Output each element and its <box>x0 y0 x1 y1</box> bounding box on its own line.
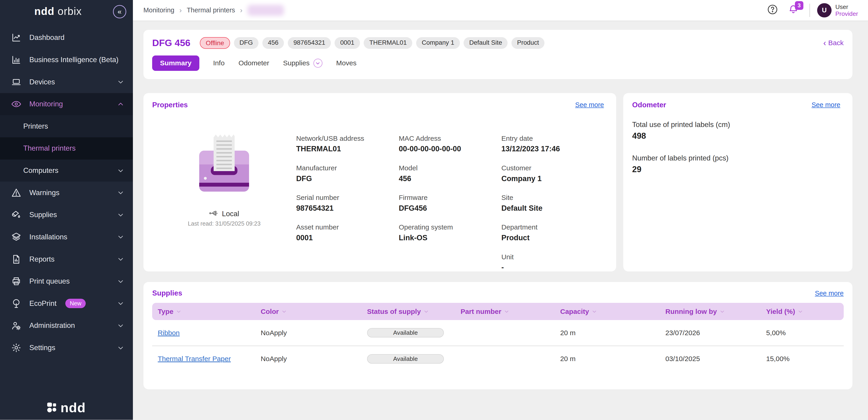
eye-icon <box>11 99 22 109</box>
breadcrumb-monitoring[interactable]: Monitoring <box>144 6 175 14</box>
sidebar-item-administration[interactable]: Administration <box>0 314 133 337</box>
layers-icon <box>11 232 22 242</box>
page-title: DFG 456 <box>152 38 190 49</box>
chevron-down-icon <box>117 256 124 263</box>
status-badge-offline: Offline <box>200 37 230 49</box>
chip-address: THERMAL01 <box>364 37 412 49</box>
cell-capacity: 20 m <box>560 329 665 337</box>
field-model: Model456 <box>399 164 501 186</box>
sort-chevron-icon <box>176 309 181 314</box>
column-header-color[interactable]: Color <box>261 308 367 316</box>
cell-running-low-by: 23/07/2026 <box>665 329 766 337</box>
supplies-table-header: Type Color Status of supply Part number … <box>152 303 843 320</box>
sort-chevron-icon <box>592 309 597 314</box>
sidebar-item-business-intelligence[interactable]: Business Intelligence (Beta) <box>0 49 133 71</box>
sidebar-item-dashboard[interactable]: Dashboard <box>0 27 133 49</box>
sidebar-item-settings[interactable]: Settings <box>0 337 133 359</box>
cell-color: NoApply <box>261 329 367 337</box>
sidebar-item-thermal-printers[interactable]: Thermal printers <box>0 137 133 159</box>
gear-icon <box>11 342 22 353</box>
chevron-down-icon <box>117 234 124 240</box>
sidebar-header: ndd orbix « <box>0 0 133 23</box>
tree-icon <box>11 298 22 309</box>
topbar: Monitoring › Thermal printers › 3 U User <box>133 0 868 21</box>
sidebar-item-reports[interactable]: Reports <box>0 248 133 270</box>
sidebar-item-monitoring[interactable]: Monitoring <box>0 93 133 115</box>
last-read-timestamp: Last read: 31/05/2025 09:23 <box>188 220 260 227</box>
user-avatar[interactable]: U <box>817 3 832 18</box>
sidebar-footer-logo: ndd <box>0 402 133 413</box>
sidebar-item-devices[interactable]: Devices <box>0 71 133 93</box>
field-customer: CustomerCompany 1 <box>501 164 604 186</box>
sidebar-item-installations[interactable]: Installations <box>0 226 133 248</box>
tab-supplies[interactable]: Supplies <box>283 56 310 71</box>
help-icon <box>767 4 778 17</box>
sidebar-item-warnings[interactable]: Warnings <box>0 182 133 204</box>
breadcrumb-thermal-printers[interactable]: Thermal printers <box>187 6 235 14</box>
column-header-status[interactable]: Status of supply <box>367 308 461 316</box>
breadcrumb-separator-icon: › <box>179 6 182 14</box>
cell-color: NoApply <box>261 355 367 363</box>
supply-link-thermal-transfer-paper[interactable]: Thermal Transfer Paper <box>158 355 231 362</box>
user-role: Provider <box>835 10 858 17</box>
column-header-type[interactable]: Type <box>158 308 260 316</box>
printer-icon <box>11 276 22 287</box>
user-name: User <box>835 3 858 10</box>
thermal-printer-image <box>199 133 250 196</box>
breadcrumb-separator-icon: › <box>240 6 242 14</box>
notification-count-badge: 3 <box>795 1 803 10</box>
column-header-running-low-by[interactable]: Running low by <box>665 308 766 316</box>
chip-site: Default Site <box>464 37 507 49</box>
notifications-button[interactable]: 3 <box>788 4 799 17</box>
odometer-see-more-link[interactable]: See more <box>812 101 840 109</box>
supplies-tab-dropdown-icon[interactable] <box>313 59 322 68</box>
chevron-down-icon <box>117 189 124 196</box>
supply-link-ribbon[interactable]: Ribbon <box>158 329 180 336</box>
user-gear-icon <box>11 320 22 331</box>
field-network-usb-address: Network/USB addressTHERMAL01 <box>296 134 399 157</box>
main-area: Monitoring › Thermal printers › 3 U User <box>133 0 868 420</box>
supplies-see-more-link[interactable]: See more <box>815 290 844 297</box>
dashboard-icon <box>11 32 22 43</box>
field-asset-number: Asset number0001 <box>296 223 399 245</box>
tab-moves[interactable]: Moves <box>336 56 356 71</box>
ndd-orbix-logo: ndd orbix <box>34 5 82 18</box>
sidebar-item-print-queues[interactable]: Print queues <box>0 270 133 293</box>
bar-chart-icon <box>11 55 22 65</box>
field-unit: Unit- <box>501 253 604 275</box>
sidebar-item-ecoprint[interactable]: EcoPrint New <box>0 292 133 314</box>
connection-type: Local <box>209 210 239 218</box>
column-header-part-number[interactable]: Part number <box>461 308 560 316</box>
report-document-icon <box>11 254 22 265</box>
field-manufacturer: ManufacturerDFG <box>296 164 399 186</box>
sidebar-item-supplies[interactable]: Supplies <box>0 204 133 226</box>
tab-odometer[interactable]: Odometer <box>239 56 269 71</box>
sidebar-item-computers[interactable]: Computers <box>0 159 133 182</box>
sidebar-item-printers[interactable]: Printers <box>0 115 133 137</box>
chip-department: Product <box>512 37 545 49</box>
device-header-card: DFG 456 Offline DFG 456 987654321 0001 T… <box>144 30 852 79</box>
tab-summary[interactable]: Summary <box>152 56 199 71</box>
collapse-chevrons-icon: « <box>118 7 121 16</box>
user-info[interactable]: User Provider <box>835 3 858 17</box>
cell-running-low-by: 03/10/2025 <box>665 355 766 363</box>
supplies-table: Type Color Status of supply Part number … <box>152 303 843 371</box>
properties-see-more-link[interactable]: See more <box>575 101 604 109</box>
chevron-down-icon <box>117 300 124 307</box>
back-button[interactable]: ‹Back <box>823 39 844 47</box>
back-caret-icon: ‹ <box>823 40 826 46</box>
field-department: DepartmentProduct <box>501 223 604 245</box>
column-header-yield[interactable]: Yield (%) <box>766 308 849 316</box>
chevron-down-icon <box>117 167 124 174</box>
sidebar-collapse-button[interactable]: « <box>113 5 126 18</box>
column-header-capacity[interactable]: Capacity <box>560 308 665 316</box>
breadcrumb: Monitoring › Thermal printers › <box>144 5 767 16</box>
sidebar: ndd orbix « Dashboard Business Intellige… <box>0 0 133 420</box>
chevron-down-icon <box>117 79 124 85</box>
tab-info[interactable]: Info <box>213 56 224 71</box>
field-mac-address: MAC Address00-00-00-00-00-00 <box>399 134 501 157</box>
usb-icon <box>209 210 219 218</box>
sort-chevron-icon <box>504 309 509 314</box>
help-button[interactable] <box>767 4 778 17</box>
breadcrumb-current-redacted <box>247 5 284 16</box>
